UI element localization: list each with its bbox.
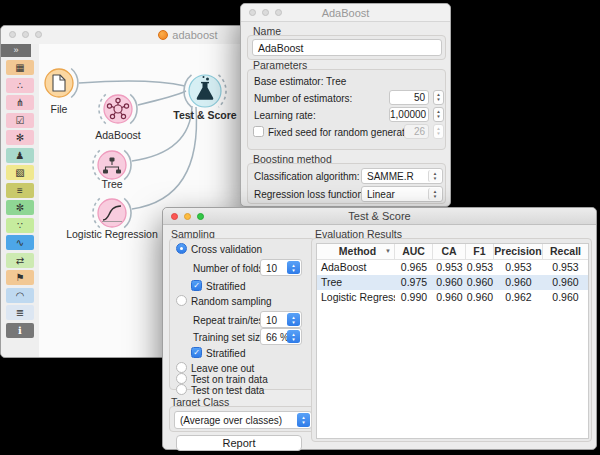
number-of-folds-label: Number of folds:: [193, 263, 266, 274]
toolbox-item-cluster-icon[interactable]: ✻: [6, 130, 34, 145]
parameters-groupbox: Base estimator: Tree Number of estimator…: [247, 69, 446, 150]
results-table-header: Method▼ AUC CA F1 Precision Recall: [317, 244, 588, 260]
node-tree[interactable]: Tree: [98, 151, 126, 190]
results-table: Method▼ AUC CA F1 Precision Recall AdaBo…: [316, 243, 589, 439]
leave-one-out-label: Leave one out: [191, 363, 254, 374]
table-row-adaboost[interactable]: AdaBoost 0.965 0.953 0.953 0.953 0.953: [317, 260, 588, 275]
random-sampling-radio[interactable]: [176, 295, 187, 306]
num-estimators-label: Number of estimators:: [254, 93, 352, 104]
node-label-adaboost: AdaBoost: [95, 129, 141, 141]
evaluation-results-groupbox: Method▼ AUC CA F1 Precision Recall AdaBo…: [311, 238, 592, 442]
test-score-dialog: Test & Score Sampling Cross validation N…: [162, 207, 597, 450]
fixed-seed-checkbox[interactable]: [253, 126, 264, 137]
target-class-select[interactable]: (Average over classes) ▲▼: [174, 411, 312, 429]
link-logreg-testscore: [132, 107, 196, 209]
toolbox-item-rules-icon[interactable]: ☑: [6, 113, 34, 128]
toolbox-item-transform-icon[interactable]: ⇄: [6, 253, 34, 268]
toolbox-item-items-icon[interactable]: ≡: [6, 183, 34, 198]
adaboost-titlebar[interactable]: AdaBoost: [241, 4, 450, 22]
cross-validation-radio[interactable]: [176, 243, 187, 254]
chevron-updown-icon: ▲▼: [287, 261, 300, 274]
learning-rate-label: Learning rate:: [254, 110, 316, 121]
learning-rate-input[interactable]: 1,00000: [389, 107, 429, 122]
toolbox-item-education-icon[interactable]: ⚑: [6, 270, 34, 285]
toolbox-item-scatter-plot-icon[interactable]: ∴: [6, 78, 34, 93]
classification-algorithm-select[interactable]: SAMME.R ▲▼: [361, 168, 443, 184]
fixed-seed-stepper[interactable]: ▲▼: [433, 124, 444, 139]
cross-validation-label: Cross validation: [191, 244, 262, 255]
node-label-file: File: [51, 103, 68, 115]
filter-icon[interactable]: ▼: [385, 244, 391, 259]
number-of-folds-select[interactable]: 10 ▲▼: [260, 259, 302, 276]
classification-algorithm-label: Classification algorithm:: [254, 171, 360, 182]
stratified-label-2: Stratified: [206, 348, 245, 359]
table-row-tree[interactable]: Tree 0.975 0.960 0.960 0.960 0.960: [317, 275, 588, 290]
stratified-label-1: Stratified: [206, 281, 245, 292]
test-on-test-radio[interactable]: [176, 384, 187, 395]
chevron-updown-icon: ▲▼: [287, 313, 300, 326]
stratified-checkbox-2[interactable]: ✓: [191, 347, 202, 358]
node-test-score[interactable]: Test & Score: [173, 75, 237, 121]
base-estimator-label: Base estimator: Tree: [254, 76, 346, 87]
report-button[interactable]: Report: [176, 435, 302, 451]
widget-toolbox: » ▦ ∴ ⋔ ☑ ✻ ♟ ▧ ≡ ✼ ∵ ∿ ⇄ ⚑ ◠ ≣ ℹ: [1, 44, 40, 357]
num-estimators-stepper[interactable]: ▲▼: [433, 90, 444, 105]
fixed-seed-label: Fixed seed for random generator:: [268, 127, 416, 138]
app-icon: [158, 30, 168, 40]
adaboost-dialog: AdaBoost Name AdaBoost Parameters Base e…: [240, 3, 451, 207]
stratified-checkbox-1[interactable]: ✓: [191, 280, 202, 291]
name-groupbox: AdaBoost: [247, 35, 446, 60]
node-label-logistic-regression: Logistic Regression: [66, 228, 158, 240]
test-on-test-label: Test on test data: [191, 385, 264, 396]
link-file-testscore: [79, 81, 185, 86]
repeat-train-test-label: Repeat train/test:: [193, 315, 269, 326]
toolbox-item-text-icon[interactable]: ≣: [6, 305, 34, 320]
toolbox-item-image-icon[interactable]: ▧: [6, 165, 34, 180]
node-label-tree: Tree: [101, 178, 122, 190]
chevron-updown-icon: ▲▼: [428, 170, 441, 182]
test-on-train-radio[interactable]: [176, 373, 187, 384]
toolbox-item-points-icon[interactable]: ∵: [6, 218, 34, 233]
toolbox-item-knn-icon[interactable]: ♟: [6, 148, 34, 163]
link-adaboost-testscore: [138, 91, 186, 105]
adaboost-dialog-title: AdaBoost: [241, 7, 450, 19]
regression-loss-select[interactable]: Linear ▲▼: [361, 186, 443, 202]
num-estimators-input[interactable]: 50: [389, 90, 429, 105]
training-set-size-select[interactable]: 66 % ▲▼: [260, 328, 302, 345]
node-label-test-score: Test & Score: [173, 109, 237, 121]
repeat-train-test-select[interactable]: 10 ▲▼: [260, 311, 302, 328]
toolbox-toggle-button[interactable]: »: [1, 44, 31, 57]
toolbox-item-info-doc-icon[interactable]: ℹ: [6, 323, 34, 338]
toolbox-item-network-icon[interactable]: ✼: [6, 200, 34, 215]
regression-loss-label: Regression loss function:: [254, 189, 366, 200]
leave-one-out-radio[interactable]: [176, 362, 187, 373]
toolbox-item-tree-icon[interactable]: ⋔: [6, 95, 34, 110]
test-on-train-label: Test on train data: [191, 374, 268, 385]
testscore-dialog-title: Test & Score: [163, 210, 596, 222]
chevron-updown-icon: ▲▼: [428, 188, 441, 200]
table-row-logistic-regression[interactable]: Logistic Regression 0.990 0.960 0.960 0.…: [317, 290, 588, 305]
toolbox-item-data-table-icon[interactable]: ▦: [6, 60, 34, 75]
fixed-seed-input[interactable]: 26: [404, 124, 429, 139]
toolbox-item-line-chart-icon[interactable]: ∿: [6, 235, 34, 250]
random-sampling-label: Random sampling: [191, 296, 272, 307]
training-set-size-label: Training set size:: [193, 332, 268, 343]
target-class-groupbox: (Average over classes) ▲▼: [169, 406, 315, 432]
chevron-updown-icon: ▲▼: [297, 413, 310, 427]
sampling-groupbox: Cross validation Number of folds: 10 ▲▼ …: [169, 238, 315, 390]
toolbox-item-spectra-icon[interactable]: ◠: [6, 288, 34, 303]
chevron-updown-icon: ▲▼: [287, 330, 300, 343]
boosting-groupbox: Classification algorithm: SAMME.R ▲▼ Reg…: [247, 163, 446, 204]
testscore-titlebar[interactable]: Test & Score: [163, 208, 596, 225]
node-logistic-regression[interactable]: Logistic Regression: [66, 199, 158, 240]
node-file[interactable]: File: [45, 69, 73, 115]
name-input[interactable]: AdaBoost: [252, 39, 442, 56]
learning-rate-stepper[interactable]: ▲▼: [433, 107, 444, 122]
